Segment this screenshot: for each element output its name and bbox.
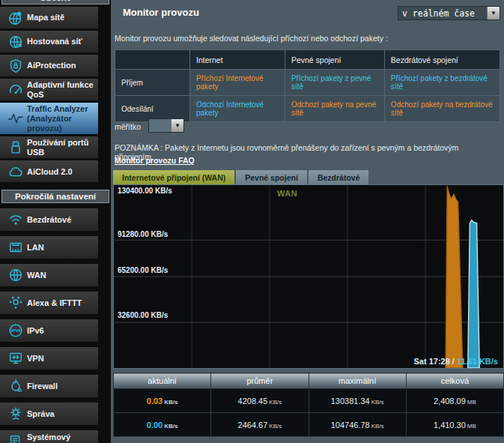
cloud-icon xyxy=(4,163,27,180)
sidebar-item-bezdr-tov[interactable]: Bezdrátové xyxy=(0,208,98,231)
stats-unit: KB/s xyxy=(269,399,282,406)
packet-table-row: PříjemPříchozí Internetové paketyPříchoz… xyxy=(115,70,500,96)
sidebar: ObecnéMapa sítěHostovaná síťAiProtection… xyxy=(0,0,111,443)
scale-label: měřítko xyxy=(115,122,141,131)
sidebar-item-adaptivn-funkce-qos[interactable]: Adaptivní funkce QoS xyxy=(0,79,98,100)
packet-cell: Příchozí Internetové pakety xyxy=(190,70,285,96)
sidebar-item-label: AiCloud 2.0 xyxy=(27,167,73,177)
firewall-flame-icon xyxy=(4,378,27,394)
tab-bezdr-tov[interactable]: Bezdrátové xyxy=(309,170,369,184)
packet-cell: Odchozí pakety na pevné sítě xyxy=(285,96,384,122)
chart-series-title: WAN xyxy=(277,189,297,198)
sidebar-item-label: Mapa sítě xyxy=(27,13,64,22)
stats-unit: KB/s xyxy=(164,423,177,430)
sidebar-item-label: LAN xyxy=(27,243,44,253)
traffic-chart: 130400.00 KB/s91280.00 KB/s65200.00 KB/s… xyxy=(113,184,504,369)
y-axis-tick-label: 32600.00 KB/s xyxy=(118,311,168,319)
intro-text: Monitor provozu umožňuje sledovat násled… xyxy=(115,34,388,43)
sidebar-item-vpn[interactable]: VPN xyxy=(0,347,98,370)
sidebar-item-lan[interactable]: LAN xyxy=(0,236,98,259)
sidebar-item-label: AiProtection xyxy=(27,61,76,70)
sidebar-item-label: Bezdrátové xyxy=(27,215,71,225)
stats-row-upload: 0.00KB/s2464.67KB/s104746.78KB/s1,410.30… xyxy=(114,413,504,437)
packet-cell: Příchozí pakety z bezdrátové sítě xyxy=(384,70,500,96)
wireless-icon xyxy=(4,211,27,228)
sidebar-item-hostovan-s[interactable]: Hostovaná síť xyxy=(0,31,98,52)
packet-cell: Odchozí Internetové pakety xyxy=(190,96,285,122)
guest-network-icon xyxy=(4,34,27,50)
shield-lock-icon xyxy=(4,58,27,74)
sidebar-item-pou-v-n-port-usb[interactable]: Používání portů USB xyxy=(0,136,98,158)
svg-text:IPV6: IPV6 xyxy=(11,329,22,334)
stats-cell: 2,408.09MB xyxy=(406,389,503,413)
sidebar-item-aicloud-2-0[interactable]: AiCloud 2.0 xyxy=(0,160,98,182)
vpn-monitor-icon xyxy=(4,350,27,367)
stats-unit: KB/s xyxy=(164,399,177,406)
time-mode-value: v reálném čase xyxy=(398,7,487,19)
stats-header-celkov-: celková xyxy=(406,373,503,389)
sidebar-item-spr-va[interactable]: Správa xyxy=(0,403,98,425)
packet-cell: Odchozí pakety na bezdrátové sítě xyxy=(384,96,500,122)
sidebar-item-mapa-s-t[interactable]: Mapa sítě xyxy=(0,7,98,28)
sidebar-item-label: VPN xyxy=(27,354,44,364)
chevron-down-icon[interactable]: ▼ xyxy=(171,119,183,132)
stats-cell: 130381.34KB/s xyxy=(309,389,406,413)
y-axis-tick-label: 65200.00 KB/s xyxy=(118,266,168,274)
usb-drive-icon xyxy=(4,139,27,156)
packet-table-header: Pevné spojení xyxy=(285,50,384,70)
packet-table-header: Bezdrátové spojení xyxy=(384,50,500,70)
wan-globe-icon xyxy=(4,267,27,283)
packet-table-header: Internet xyxy=(190,50,285,70)
admin-gear-icon xyxy=(4,406,27,422)
qos-gauge-icon xyxy=(4,82,27,98)
stats-cell: 0.03KB/s xyxy=(114,389,211,413)
network-map-icon xyxy=(4,10,27,26)
tab-pevn-spojen[interactable]: Pevné spojení xyxy=(236,170,307,184)
sidebar-item-firewall[interactable]: Firewall xyxy=(0,375,98,397)
packet-direction-table: InternetPevné spojeníBezdrátové spojení … xyxy=(115,49,500,122)
traffic-waveform-icon xyxy=(4,110,27,127)
stats-cell: 1,410.30MB xyxy=(406,413,503,437)
stats-table: aktuálníprůměrmaximálnícelková 0.03KB/s4… xyxy=(113,373,504,437)
packet-row-label: Příjem xyxy=(115,70,190,96)
stats-unit: KB/s xyxy=(371,423,384,430)
sidebar-item-ipv6[interactable]: IPV6IPv6 xyxy=(0,319,98,342)
tab-internetov-p-ipojen-wan[interactable]: Internetové připojení (WAN) xyxy=(113,170,234,184)
packet-cell: Příchozí pakety z pevné sítě xyxy=(285,70,384,96)
system-log-icon xyxy=(4,433,27,443)
stats-header-maxim-ln-: maximální xyxy=(309,373,406,389)
chart-current-time: Sat 17:28 / xyxy=(413,357,454,366)
sidebar-section-header: Pokročilá nastavení xyxy=(1,190,109,203)
stats-value: 0.00 xyxy=(147,421,163,430)
sidebar-item-label: Traffic Analyzer (Analyzátor provozu) xyxy=(27,104,95,133)
scale-select[interactable]: ▼ xyxy=(148,118,184,133)
stats-unit: KB/s xyxy=(371,399,384,406)
sidebar-item-traffic-analyzer-analyz-tor-provozu[interactable]: Traffic Analyzer (Analyzátor provozu) xyxy=(0,103,98,134)
chevron-down-icon[interactable]: ▼ xyxy=(487,7,500,19)
stats-value: 4208.45 xyxy=(238,397,268,406)
stats-header-pr-m-r: průměr xyxy=(211,373,309,389)
sidebar-item-alexa-ifttt[interactable]: Alexa & IFTTT xyxy=(0,292,98,314)
stats-value: 2,408.09 xyxy=(434,397,466,406)
ipv6-badge-icon: IPV6 xyxy=(4,322,27,339)
sidebar-item-label: Systémový záznam xyxy=(27,433,95,443)
chart-plot xyxy=(114,185,503,368)
stats-cell: 4208.45KB/s xyxy=(211,389,309,413)
sidebar-item-wan[interactable]: WAN xyxy=(0,264,98,286)
stats-value: 1,410.30 xyxy=(434,421,466,430)
sidebar-item-label: Adaptivní funkce QoS xyxy=(27,80,95,99)
sidebar-item-syst-mov-z-znam[interactable]: Systémový záznam xyxy=(0,430,98,443)
main-content: Monitor provozu v reálném čase ▼ Monitor… xyxy=(111,0,504,443)
stats-cell: 104746.78KB/s xyxy=(309,413,406,437)
chart-current-readout: Sat 17:28 / 11.61 KB/s xyxy=(413,357,498,366)
packet-table-header xyxy=(115,50,190,70)
stats-value: 0.03 xyxy=(147,397,163,406)
time-mode-select[interactable]: v reálném čase ▼ xyxy=(398,6,500,20)
sidebar-item-aiprotection[interactable]: AiProtection xyxy=(0,55,98,76)
stats-value: 130381.34 xyxy=(331,397,370,406)
faq-link[interactable]: Monitor provozu FAQ xyxy=(115,156,195,165)
stats-unit: MB xyxy=(467,423,476,430)
sidebar-item-label: Správa xyxy=(27,409,55,419)
sidebar-item-label: IPv6 xyxy=(27,326,44,336)
stats-value: 2464.67 xyxy=(238,421,268,430)
